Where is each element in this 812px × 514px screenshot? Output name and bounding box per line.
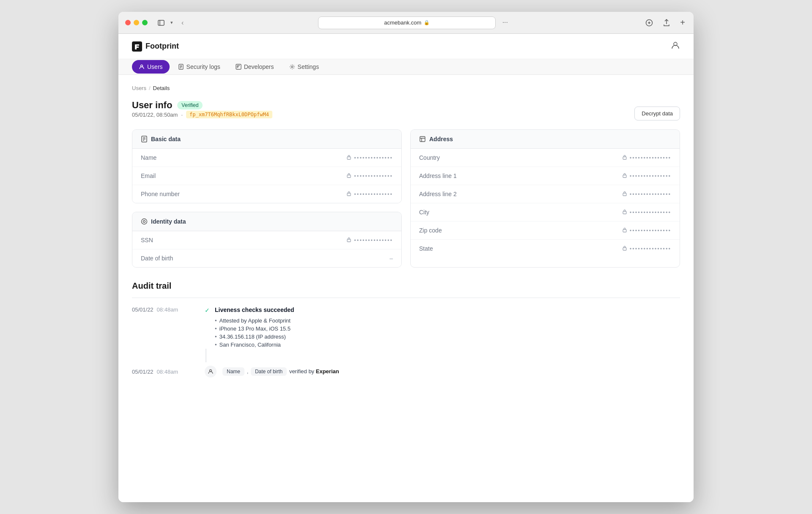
data-row-country: Country ••••••••••••••• (411, 149, 680, 167)
state-lock-icon (622, 245, 627, 252)
audit-date-1: 05/01/22 (132, 306, 154, 313)
url-text: acmebank.com (384, 19, 421, 26)
address2-dots: ••••••••••••••• (630, 191, 671, 197)
phone-label: Phone number (141, 191, 180, 197)
name-label: Name (141, 154, 156, 161)
svg-rect-31 (623, 230, 626, 232)
audit-trail-title: Audit trail (132, 281, 680, 291)
app-name: Footprint (145, 42, 179, 51)
experian-name: Experian (316, 368, 339, 375)
traffic-light-yellow[interactable] (134, 20, 139, 25)
audit-time-val-2: 08:48am (157, 369, 178, 375)
identity-data-body: SSN •••••••••••••• (132, 231, 401, 267)
audit-experian-row: Name , Date of birth verified by Experia… (222, 367, 339, 376)
audit-event-1: 05/01/22 08:48am ✓ Liveness checks succe… (132, 306, 680, 349)
tab-users[interactable]: Users (132, 60, 170, 74)
experian-person-icon (205, 366, 217, 377)
logo-icon (132, 41, 142, 52)
svg-point-24 (143, 221, 145, 223)
meta-date: 05/01/22, 08:50am (132, 112, 178, 118)
name-lock-icon (346, 154, 351, 161)
data-row-state: State ••••••••••••••• (411, 240, 680, 257)
address1-value: ••••••••••••••• (622, 172, 671, 179)
download-icon[interactable] (644, 18, 655, 27)
decrypt-data-button[interactable]: Decrypt data (634, 107, 680, 120)
zip-lock-icon (622, 227, 627, 234)
basic-data-card: Basic data Name (132, 129, 402, 203)
sidebar-toggle-button[interactable] (156, 19, 166, 27)
traffic-light-red[interactable] (125, 20, 131, 25)
breadcrumb-separator: / (149, 85, 151, 91)
country-label: Country (419, 154, 440, 161)
audit-trail-section: Audit trail 05/01/22 08:48am ✓ Liveness … (132, 281, 680, 377)
phone-dots: •••••••••••••• (354, 191, 393, 197)
svg-rect-20 (347, 157, 351, 159)
data-row-city: City ••••••••••••••• (411, 203, 680, 221)
audit-detail-1-1: iPhone 13 Pro Max, iOS 15.5 (215, 325, 680, 333)
audit-comma: , (247, 368, 250, 375)
name-value: •••••••••••••• (346, 154, 393, 161)
share-icon[interactable] (661, 18, 672, 27)
svg-point-23 (142, 219, 147, 224)
phone-value: •••••••••••••• (346, 191, 393, 197)
zip-dots: ••••••••••••••• (630, 227, 671, 234)
ssn-label: SSN (141, 237, 153, 243)
audit-divider (132, 298, 680, 298)
tab-security-logs[interactable]: Security logs (171, 59, 227, 74)
address-card: Address Country (410, 129, 680, 268)
address2-value: ••••••••••••••• (622, 191, 671, 197)
breadcrumb-parent[interactable]: Users (132, 85, 146, 91)
address1-label: Address line 1 (419, 172, 457, 179)
identity-data-card: Identity data SSN (132, 212, 402, 268)
url-bar[interactable]: acmebank.com 🔒 (318, 16, 496, 29)
data-row-phone: Phone number •••••••••••••• (132, 185, 401, 203)
basic-data-icon (141, 136, 148, 142)
app-logo: Footprint (132, 41, 179, 52)
tab-settings[interactable]: Settings (283, 59, 326, 74)
address-title: Address (429, 136, 453, 142)
audit-vertical-connector (204, 349, 680, 362)
traffic-light-green[interactable] (142, 20, 148, 25)
svg-rect-27 (623, 157, 626, 159)
data-row-email: Email •••••••••••••• (132, 167, 401, 185)
audit-time-val-1: 08:48am (157, 306, 178, 313)
svg-point-15 (291, 66, 293, 68)
address-icon (419, 136, 426, 142)
more-options-button[interactable]: ··· (499, 16, 511, 28)
user-profile-button[interactable] (671, 41, 680, 52)
country-dots: ••••••••••••••• (630, 155, 671, 161)
meta-separator: · (181, 112, 183, 118)
audit-connector-line (206, 349, 206, 362)
ssn-dots: •••••••••••••• (354, 237, 393, 243)
state-label: State (419, 245, 433, 252)
lock-icon: 🔒 (424, 20, 430, 25)
address2-lock-icon (622, 191, 627, 197)
data-row-ssn: SSN •••••••••••••• (132, 231, 401, 249)
audit-time-1: 05/01/22 08:48am (132, 306, 200, 313)
country-lock-icon (622, 154, 627, 161)
user-info-title: User info (132, 100, 172, 111)
verified-badge: Verified (177, 101, 203, 109)
audit-detail-1-2: 34.36.156.118 (IP address) (215, 333, 680, 341)
tab-developers[interactable]: Developers (229, 59, 281, 74)
svg-rect-21 (347, 175, 351, 178)
back-button[interactable]: ‹ (180, 18, 185, 27)
zip-value: ••••••••••••••• (622, 227, 671, 234)
address2-label: Address line 2 (419, 191, 457, 197)
chevron-down-icon[interactable]: ▾ (169, 19, 175, 26)
identity-data-title: Identity data (151, 218, 186, 225)
data-row-zip: Zip code ••••••••••••••• (411, 221, 680, 240)
audit-detail-1-0: Attested by Apple & Footprint (215, 317, 680, 325)
data-row-name: Name •••••••••••••• (132, 149, 401, 167)
basic-data-title: Basic data (151, 136, 181, 142)
svg-rect-29 (623, 193, 626, 196)
state-value: ••••••••••••••• (622, 245, 671, 252)
country-value: ••••••••••••••• (622, 154, 671, 161)
top-navigation: Footprint (118, 34, 694, 59)
svg-rect-22 (347, 193, 351, 196)
fp-token[interactable]: fp_xm7T6MqhfRBkxL0DPOpfwM4 (186, 111, 272, 118)
audit-date-2: 05/01/22 (132, 369, 154, 375)
new-tab-button[interactable]: + (678, 17, 687, 28)
tag-name: Name (222, 367, 244, 376)
city-label: City (419, 209, 429, 216)
